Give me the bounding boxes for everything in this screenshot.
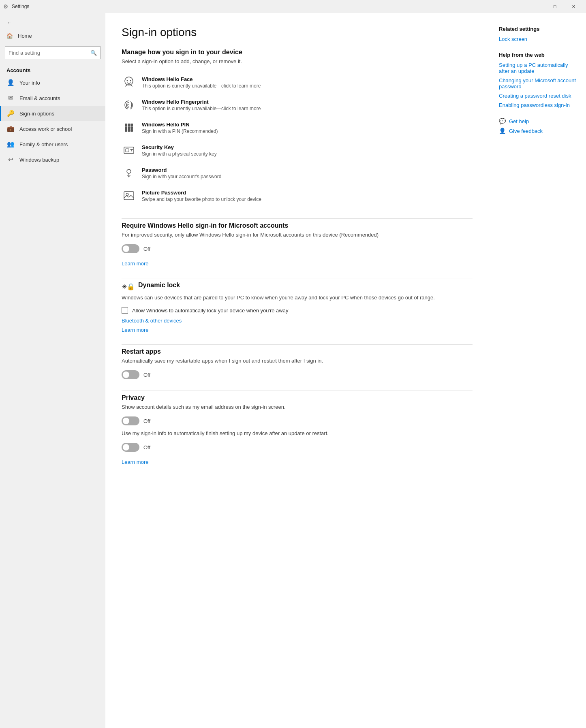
page-title: Sign-in options [122, 26, 473, 39]
home-icon: 🏠 [6, 33, 13, 39]
privacy-toggle2-label: Off [143, 444, 150, 450]
hello-fingerprint-icon [122, 98, 136, 112]
search-icon: 🔍 [90, 50, 97, 56]
main-content: Sign-in options Manage how you sign in t… [105, 13, 489, 728]
dynamic-lock-desc: Windows can use devices that are paired … [122, 295, 473, 301]
titlebar-left: ⚙ Settings [3, 3, 29, 10]
help-link-0[interactable]: Setting up a PC automatically after an u… [499, 62, 576, 74]
svg-rect-11 [130, 129, 133, 132]
dynamic-lock-icon: ✳🔒 [122, 283, 135, 290]
your-info-label: Your info [19, 80, 40, 86]
right-panel: Related settings Lock screen Help from t… [489, 13, 586, 728]
dynamic-lock-heading: Dynamic lock [138, 282, 180, 289]
sidebar-item-family-users[interactable]: 👥 Family & other users [0, 137, 105, 152]
security-key-option[interactable]: Security Key Sign in with a physical sec… [122, 139, 473, 162]
svg-point-16 [127, 169, 131, 173]
give-feedback-row[interactable]: 👤 Give feedback [499, 128, 576, 134]
svg-rect-10 [128, 129, 130, 132]
sidebar-item-your-info[interactable]: 👤 Your info [0, 75, 105, 90]
your-info-icon: 👤 [6, 79, 15, 86]
hello-fingerprint-option[interactable]: Windows Hello Fingerprint This option is… [122, 94, 473, 116]
sidebar-item-windows-backup[interactable]: ↩ Windows backup [0, 152, 105, 167]
hello-pin-option[interactable]: Windows Hello PIN Sign in with a PIN (Re… [122, 116, 473, 139]
family-icon: 👥 [6, 141, 15, 148]
hello-face-icon [122, 75, 136, 90]
svg-rect-6 [125, 126, 127, 129]
sign-in-options-label: Sign-in options [19, 111, 54, 117]
dynamic-lock-learn-more[interactable]: Learn more [122, 327, 148, 333]
bluetooth-link[interactable]: Bluetooth & other devices [122, 318, 473, 324]
picture-password-icon [122, 188, 136, 203]
require-hello-learn-more[interactable]: Learn more [122, 260, 148, 267]
svg-point-0 [125, 77, 133, 85]
dynamic-lock-checkbox[interactable] [122, 307, 128, 314]
svg-rect-17 [124, 192, 134, 200]
privacy-toggle2[interactable] [122, 443, 139, 452]
get-help-row[interactable]: 💬 Get help [499, 118, 576, 124]
privacy-toggle2-row: Off [122, 443, 473, 452]
security-key-icon [122, 143, 136, 158]
sign-in-icon: 🔑 [6, 110, 15, 117]
svg-rect-9 [125, 129, 127, 132]
svg-rect-13 [126, 149, 129, 152]
dynamic-lock-checkbox-row[interactable]: Allow Windows to automatically lock your… [122, 307, 473, 314]
hello-pin-label: Windows Hello PIN [142, 122, 218, 128]
give-feedback-link[interactable]: Give feedback [509, 128, 543, 134]
restart-apps-toggle[interactable] [122, 370, 139, 379]
hello-fingerprint-desc: This option is currently unavailable—cli… [142, 106, 261, 111]
privacy-heading: Privacy [122, 394, 473, 401]
require-hello-toggle-row: Off [122, 244, 473, 253]
back-button[interactable]: ← [0, 16, 105, 29]
family-users-label: Family & other users [19, 141, 68, 147]
picture-password-option[interactable]: Picture Password Swipe and tap your favo… [122, 184, 473, 207]
sidebar-item-access-work[interactable]: 💼 Access work or school [0, 121, 105, 137]
require-hello-heading: Require Windows Hello sign-in for Micros… [122, 222, 473, 229]
maximize-button[interactable]: □ [545, 0, 564, 13]
close-button[interactable]: ✕ [564, 0, 583, 13]
work-icon: 💼 [6, 125, 15, 132]
hello-face-desc: This option is currently unavailable—cli… [142, 83, 261, 89]
get-help-icon: 💬 [499, 118, 506, 124]
svg-rect-3 [125, 124, 127, 126]
svg-rect-5 [130, 124, 133, 126]
picture-password-label: Picture Password [142, 190, 261, 196]
svg-rect-7 [128, 126, 130, 129]
dynamic-lock-header: ✳🔒 Dynamic lock [122, 282, 473, 291]
security-key-label: Security Key [142, 144, 217, 150]
help-link-3[interactable]: Enabling passwordless sign-in [499, 102, 576, 108]
lock-screen-link[interactable]: Lock screen [499, 36, 576, 42]
svg-point-18 [126, 193, 128, 196]
get-help-link[interactable]: Get help [509, 118, 529, 124]
privacy-desc2: Use my sign-in info to automatically fin… [122, 430, 473, 436]
privacy-toggle1[interactable] [122, 416, 139, 425]
sign-in-options-list: Windows Hello Face This option is curren… [122, 71, 473, 207]
password-icon [122, 166, 136, 180]
restart-apps-section: Restart apps Automatically save my resta… [122, 344, 473, 379]
backup-icon: ↩ [6, 156, 15, 163]
require-hello-section: Require Windows Hello sign-in for Micros… [122, 218, 473, 267]
hello-pin-icon [122, 120, 136, 135]
search-input[interactable] [9, 50, 90, 56]
help-link-2[interactable]: Creating a password reset disk [499, 93, 576, 99]
hello-face-label: Windows Hello Face [142, 76, 261, 82]
home-label: Home [18, 33, 32, 39]
require-hello-desc: For improved security, only allow Window… [122, 232, 473, 238]
settings-icon: ⚙ [3, 3, 9, 10]
password-option[interactable]: Password Sign in with your account's pas… [122, 162, 473, 184]
help-from-web-group: Help from the web Setting up a PC automa… [499, 52, 576, 108]
require-hello-toggle[interactable] [122, 244, 139, 253]
sidebar-item-email-accounts[interactable]: ✉ Email & accounts [0, 90, 105, 106]
minimize-button[interactable]: — [527, 0, 545, 13]
privacy-learn-more[interactable]: Learn more [122, 459, 148, 465]
sidebar-item-sign-in-options[interactable]: 🔑 Sign-in options [0, 106, 105, 121]
help-link-1[interactable]: Changing your Microsoft account password [499, 77, 576, 90]
search-box[interactable]: 🔍 [5, 46, 101, 59]
security-key-desc: Sign in with a physical security key [142, 151, 217, 157]
hello-face-option[interactable]: Windows Hello Face This option is curren… [122, 71, 473, 94]
give-feedback-icon: 👤 [499, 128, 506, 134]
restart-apps-heading: Restart apps [122, 348, 473, 355]
manage-subtitle: Select a sign-in option to add, change, … [122, 58, 473, 64]
restart-apps-toggle-row: Off [122, 370, 473, 379]
sidebar-home-item[interactable]: 🏠 Home [0, 29, 105, 43]
dynamic-lock-section: ✳🔒 Dynamic lock Windows can use devices … [122, 278, 473, 333]
